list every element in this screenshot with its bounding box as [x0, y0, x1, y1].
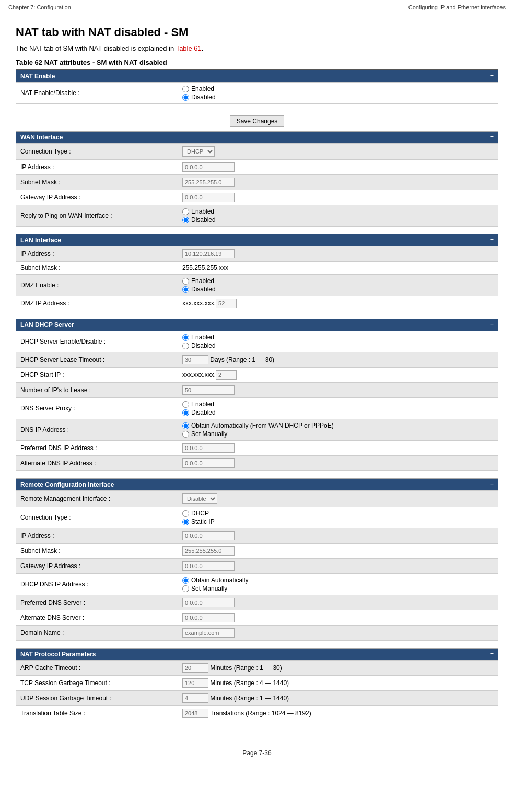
input-lan_dhcp_server-2[interactable]	[216, 370, 237, 380]
input-remote_config-2[interactable]	[182, 531, 235, 540]
select-remote_config-0[interactable]: Disable	[182, 493, 217, 504]
header-left: Chapter 7: Configuration	[8, 4, 71, 10]
label-nat_enable-0: NAT Enable/Disable :	[16, 83, 178, 104]
radio-input-set-manually[interactable]	[182, 585, 189, 592]
save-changes-button[interactable]: Save Changes	[230, 115, 285, 127]
radio-label-obtain-automatically[interactable]: Obtain Automatically	[182, 576, 494, 584]
row-remote_config-8: Domain Name :	[16, 626, 498, 641]
radio-label-enabled[interactable]: Enabled	[182, 85, 494, 92]
radio-group-remote_config-1: DHCP Static IP	[182, 510, 494, 525]
label-remote_config-0: Remote Management Interface :	[16, 491, 178, 507]
row-remote_config-3: Subnet Mask :	[16, 544, 498, 559]
input-nat_protocol-3[interactable]	[182, 709, 208, 718]
row-lan_dhcp_server-5: DNS IP Address : Obtain Automatically (F…	[16, 419, 498, 441]
radio-input-obtain-automatically[interactable]	[182, 577, 189, 584]
radio-input-enabled[interactable]	[182, 334, 189, 341]
label-lan_dhcp_server-1: DHCP Server Lease Timeout :	[16, 352, 178, 368]
input-lan_interface-3[interactable]	[216, 299, 237, 308]
radio-label-disabled[interactable]: Disabled	[182, 342, 494, 349]
radio-input-enabled[interactable]	[182, 401, 189, 408]
section-table-wan_interface: WAN Interface −Connection Type :DHCPIP A…	[16, 131, 498, 227]
radio-input-enabled[interactable]	[182, 278, 189, 285]
input-lan_interface-0[interactable]	[182, 249, 235, 258]
radio-input-enabled[interactable]	[182, 86, 189, 92]
label-lan_dhcp_server-7: Alternate DNS IP Address :	[16, 456, 178, 471]
collapse-icon[interactable]: −	[490, 237, 494, 242]
label-remote_config-6: Preferred DNS Server :	[16, 595, 178, 610]
radio-label-disabled[interactable]: Disabled	[182, 93, 494, 101]
input-nat_protocol-1[interactable]	[182, 678, 208, 688]
radio-label-disabled[interactable]: Disabled	[182, 216, 494, 223]
radio-label-disabled[interactable]: Disabled	[182, 409, 494, 416]
input-nat_protocol-0[interactable]	[182, 663, 208, 673]
label-remote_config-4: Gateway IP Address :	[16, 559, 178, 574]
label-lan_dhcp_server-4: DNS Server Proxy :	[16, 398, 178, 419]
input-lan_dhcp_server-7[interactable]	[182, 458, 235, 468]
row-lan_interface-2: DMZ Enable : Enabled Disabled	[16, 275, 498, 296]
tables-container: NAT Enable −NAT Enable/Disable : Enabled…	[16, 69, 498, 721]
radio-label-enabled[interactable]: Enabled	[182, 401, 494, 408]
radio-label-static-ip[interactable]: Static IP	[182, 518, 494, 525]
input-remote_config-8[interactable]	[182, 628, 235, 638]
input-remote_config-7[interactable]	[182, 613, 235, 622]
label-remote_config-2: IP Address :	[16, 528, 178, 544]
input-lan_dhcp_server-6[interactable]	[182, 443, 235, 453]
radio-input-disabled[interactable]	[182, 409, 189, 416]
input-lan_dhcp_server-1[interactable]	[182, 355, 208, 364]
radio-group-nat_enable-0: Enabled Disabled	[182, 85, 494, 101]
radio-label-set-manually[interactable]: Set Manually	[182, 430, 494, 438]
label-lan_interface-1: Subnet Mask :	[16, 262, 178, 275]
radio-label-disabled[interactable]: Disabled	[182, 286, 494, 293]
value-lan_dhcp_server-5: Obtain Automatically (From WAN DHCP or P…	[178, 419, 498, 441]
label-lan_dhcp_server-0: DHCP Server Enable/Disable :	[16, 331, 178, 352]
radio-input-disabled[interactable]	[182, 217, 189, 223]
input-lan_dhcp_server-3[interactable]	[182, 385, 235, 395]
row-lan_dhcp_server-4: DNS Server Proxy : Enabled Disabled	[16, 398, 498, 419]
radio-input-disabled[interactable]	[182, 94, 189, 101]
value-remote_config-4	[178, 559, 498, 574]
value-nat_protocol-3: Translations (Range : 1024 — 8192)	[178, 706, 498, 721]
collapse-icon[interactable]: −	[490, 321, 494, 327]
collapse-icon[interactable]: −	[490, 481, 494, 487]
input-remote_config-6[interactable]	[182, 598, 235, 607]
collapse-icon[interactable]: −	[490, 134, 494, 139]
table61-link[interactable]: Table 61	[176, 44, 202, 52]
radio-input-obtain-automatically-(from-wan-dhcp-or-pppoe)[interactable]	[182, 422, 189, 429]
radio-label-enabled[interactable]: Enabled	[182, 208, 494, 215]
collapse-icon[interactable]: −	[490, 651, 494, 656]
row-remote_config-5: DHCP DNS IP Address : Obtain Automatical…	[16, 574, 498, 595]
radio-input-static-ip[interactable]	[182, 519, 189, 525]
radio-label-obtain-automatically-(from-wan-dhcp-or-pppoe)[interactable]: Obtain Automatically (From WAN DHCP or P…	[182, 422, 494, 429]
radio-input-enabled[interactable]	[182, 208, 189, 215]
radio-label-dhcp[interactable]: DHCP	[182, 510, 494, 517]
radio-label-enabled[interactable]: Enabled	[182, 334, 494, 341]
input-nat_protocol-2[interactable]	[182, 693, 208, 703]
value-lan_interface-2: Enabled Disabled	[178, 275, 498, 296]
radio-input-disabled[interactable]	[182, 286, 189, 293]
select-wan_interface-0[interactable]: DHCP	[182, 146, 215, 157]
collapse-icon[interactable]: −	[490, 73, 494, 78]
section-header-remote_config: Remote Configuration Interface −	[16, 479, 498, 491]
prefix-lan_dhcp_server-2: xxx.xxx.xxx.	[182, 371, 216, 379]
section-table-nat_enable: NAT Enable −NAT Enable/Disable : Enabled…	[16, 69, 498, 104]
input-remote_config-4[interactable]	[182, 561, 235, 571]
row-lan_dhcp_server-7: Alternate DNS IP Address :	[16, 456, 498, 471]
radio-input-set-manually[interactable]	[182, 431, 189, 438]
radio-label-enabled[interactable]: Enabled	[182, 277, 494, 285]
label-remote_config-7: Alternate DNS Server :	[16, 610, 178, 626]
input-wan_interface-3[interactable]	[182, 193, 235, 202]
input-wan_interface-2[interactable]	[182, 178, 235, 187]
radio-input-disabled[interactable]	[182, 343, 189, 349]
radio-label-set-manually[interactable]: Set Manually	[182, 585, 494, 592]
page-header: Chapter 7: Configuration Configuring IP …	[0, 0, 514, 15]
row-wan_interface-4: Reply to Ping on WAN Interface : Enabled…	[16, 205, 498, 227]
label-wan_interface-4: Reply to Ping on WAN Interface :	[16, 205, 178, 227]
input-remote_config-3[interactable]	[182, 546, 235, 556]
value-lan_dhcp_server-2: xxx.xxx.xxx.	[178, 368, 498, 383]
radio-input-dhcp[interactable]	[182, 510, 189, 517]
value-remote_config-7	[178, 610, 498, 626]
radio-group-lan_interface-2: Enabled Disabled	[182, 277, 494, 293]
input-wan_interface-1[interactable]	[182, 162, 235, 172]
row-nat_enable-0: NAT Enable/Disable : Enabled Disabled	[16, 83, 498, 104]
header-right: Configuring IP and Ethernet interfaces	[408, 4, 506, 10]
